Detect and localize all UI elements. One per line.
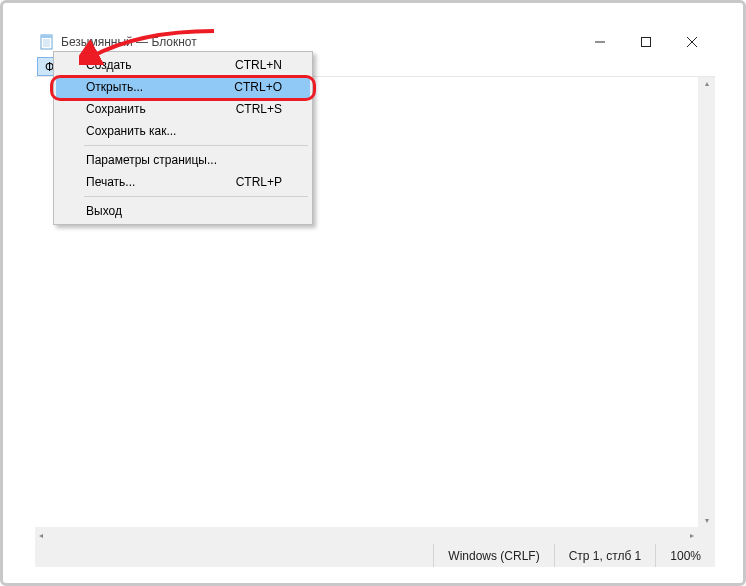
status-encoding: Windows (CRLF) xyxy=(433,544,553,567)
svg-rect-7 xyxy=(642,38,651,47)
file-menu-item[interactable]: Печать...CTRL+P xyxy=(56,171,310,193)
file-menu-item[interactable]: СоздатьCTRL+N xyxy=(56,54,310,76)
menu-item-label: Создать xyxy=(86,58,132,72)
menu-separator xyxy=(84,196,308,197)
menu-item-label: Сохранить xyxy=(86,102,146,116)
menu-item-shortcut: CTRL+P xyxy=(236,175,282,189)
statusbar: Windows (CRLF) Стр 1, стлб 1 100% xyxy=(35,544,715,567)
menu-item-label: Открыть... xyxy=(86,80,143,94)
notepad-icon xyxy=(39,34,55,50)
menu-item-label: Параметры страницы... xyxy=(86,153,217,167)
vertical-scrollbar[interactable] xyxy=(698,77,715,527)
menu-item-shortcut: CTRL+O xyxy=(234,80,282,94)
status-spacer xyxy=(35,544,433,567)
horizontal-scrollbar[interactable] xyxy=(35,527,698,544)
file-menu-item[interactable]: Параметры страницы... xyxy=(56,149,310,171)
file-menu-dropdown: СоздатьCTRL+NОткрыть...CTRL+OСохранитьCT… xyxy=(53,51,313,225)
menu-item-label: Сохранить как... xyxy=(86,124,176,138)
file-menu-item[interactable]: Открыть...CTRL+O xyxy=(56,76,310,98)
svg-rect-1 xyxy=(41,35,52,38)
menu-item-shortcut: CTRL+S xyxy=(236,102,282,116)
status-zoom: 100% xyxy=(655,544,715,567)
menu-item-label: Выход xyxy=(86,204,122,218)
minimize-button[interactable] xyxy=(577,27,623,57)
window-controls xyxy=(577,27,715,57)
file-menu-item[interactable]: Выход xyxy=(56,200,310,222)
close-button[interactable] xyxy=(669,27,715,57)
tutorial-frame: Безымянный — Блокнот ФайлПравкаФорматВид… xyxy=(0,0,746,586)
menu-item-shortcut: CTRL+N xyxy=(235,58,282,72)
menu-item-label: Печать... xyxy=(86,175,135,189)
file-menu-item[interactable]: СохранитьCTRL+S xyxy=(56,98,310,120)
maximize-button[interactable] xyxy=(623,27,669,57)
file-menu-item[interactable]: Сохранить как... xyxy=(56,120,310,142)
notepad-window: Безымянный — Блокнот ФайлПравкаФорматВид… xyxy=(35,27,715,567)
status-position: Стр 1, стлб 1 xyxy=(554,544,656,567)
menu-separator xyxy=(84,145,308,146)
scrollbar-corner xyxy=(698,527,715,544)
window-title: Безымянный — Блокнот xyxy=(61,35,577,49)
